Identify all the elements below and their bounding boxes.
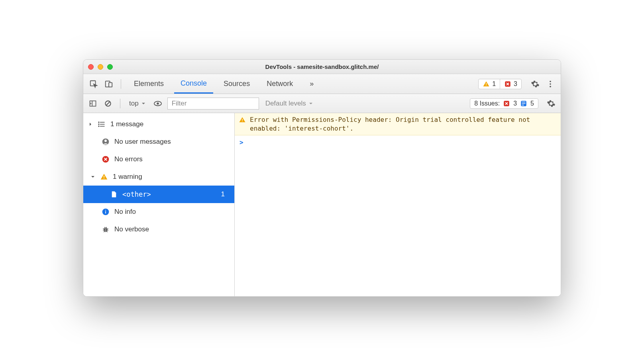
sidebar-item-user-messages[interactable]: No user messages <box>83 133 234 151</box>
svg-point-20 <box>98 122 99 123</box>
sidebar-item-label: No errors <box>114 155 143 163</box>
tab-label: Elements <box>134 80 164 88</box>
issues-info-count: 5 <box>530 100 534 107</box>
svg-rect-33 <box>242 119 243 121</box>
chevron-down-icon <box>141 101 146 106</box>
list-icon <box>98 120 106 128</box>
svg-rect-26 <box>104 176 104 178</box>
console-body: 1 message No user messages No errors 1 w… <box>83 113 561 296</box>
sidebar-item-errors[interactable]: No errors <box>83 151 234 168</box>
tab-sources[interactable]: Sources <box>217 74 256 94</box>
sidebar-item-label: <other> <box>122 190 151 198</box>
svg-rect-34 <box>242 121 243 122</box>
window-title: DevTools - samesite-sandbox.glitch.me/ <box>83 63 561 70</box>
tab-label: Console <box>181 79 207 88</box>
sidebar-item-label: 1 warning <box>113 173 142 181</box>
warning-icon <box>483 80 490 88</box>
sidebar-item-info[interactable]: No info <box>83 203 234 221</box>
divider <box>120 99 120 108</box>
bug-icon <box>102 225 110 233</box>
tab-label: Network <box>267 80 293 88</box>
svg-rect-30 <box>105 210 106 211</box>
issues-label: 8 Issues: <box>474 100 500 107</box>
live-expression-icon[interactable] <box>152 98 163 109</box>
user-icon <box>102 138 110 146</box>
console-message-text: Error with Permissions-Policy header: Or… <box>250 115 557 133</box>
filter-input[interactable] <box>167 98 259 110</box>
error-icon <box>503 100 510 107</box>
sidebar-item-verbose[interactable]: No verbose <box>83 221 234 238</box>
sidebar-item-label: 1 message <box>110 120 143 128</box>
sidebar-item-label: No info <box>114 208 136 216</box>
context-selector[interactable]: top <box>127 100 148 108</box>
issues-button[interactable]: 8 Issues: 3 5 <box>470 98 538 109</box>
sidebar-item-warnings[interactable]: 1 warning <box>83 168 234 186</box>
sidebar-item-other[interactable]: <other> 1 <box>83 186 234 203</box>
tab-overflow[interactable]: » <box>303 74 320 94</box>
chevron-down-icon <box>90 174 95 179</box>
svg-rect-27 <box>104 178 104 179</box>
svg-rect-4 <box>486 85 487 86</box>
svg-point-8 <box>550 86 551 87</box>
svg-point-24 <box>104 140 107 142</box>
sidebar-item-label: No verbose <box>114 225 149 233</box>
info-icon <box>520 100 527 107</box>
chevron-right-icon <box>88 122 93 127</box>
inspect-element-icon[interactable] <box>88 78 99 90</box>
log-levels-selector[interactable]: Default levels <box>263 100 316 108</box>
tab-network[interactable]: Network <box>260 74 299 94</box>
toggle-sidebar-icon[interactable] <box>87 98 98 109</box>
prompt-indicator: > <box>240 139 243 146</box>
tab-elements[interactable]: Elements <box>128 74 170 94</box>
tab-bar: Elements Console Sources Network » 1 3 <box>83 74 561 94</box>
file-icon <box>110 190 118 198</box>
error-count: 3 <box>514 80 517 88</box>
svg-point-14 <box>157 102 159 105</box>
svg-rect-29 <box>105 211 106 213</box>
warnings-badge[interactable]: 1 <box>479 79 500 89</box>
devtools-window: DevTools - samesite-sandbox.glitch.me/ E… <box>83 59 561 297</box>
error-icon <box>102 155 110 163</box>
svg-point-21 <box>98 124 99 125</box>
levels-label: Default levels <box>265 100 306 108</box>
tab-console[interactable]: Console <box>174 74 213 94</box>
top-issue-badges[interactable]: 1 3 <box>478 79 522 89</box>
console-warning-row[interactable]: Error with Permissions-Policy header: Or… <box>235 113 561 135</box>
svg-point-6 <box>550 80 551 82</box>
errors-badge[interactable]: 3 <box>500 79 521 89</box>
svg-point-22 <box>98 126 99 127</box>
device-toolbar-icon[interactable] <box>103 78 114 90</box>
divider <box>121 79 121 89</box>
warning-icon <box>239 116 246 123</box>
console-sidebar: 1 message No user messages No errors 1 w… <box>83 113 235 296</box>
svg-point-7 <box>550 83 551 85</box>
sidebar-item-label: No user messages <box>114 138 171 146</box>
context-label: top <box>129 100 139 108</box>
sidebar-item-count: 1 <box>221 190 230 198</box>
clear-console-icon[interactable] <box>102 98 114 109</box>
chevron-down-icon <box>308 101 313 106</box>
tab-label: Sources <box>224 80 250 88</box>
warning-icon <box>100 173 108 181</box>
sidebar-item-messages[interactable]: 1 message <box>83 115 234 133</box>
svg-rect-2 <box>109 82 112 87</box>
console-output: Error with Permissions-Policy header: Or… <box>235 113 561 296</box>
more-icon[interactable] <box>545 78 556 90</box>
issues-error-count: 3 <box>513 100 517 107</box>
console-toolbar: top Default levels 8 Issues: 3 5 <box>83 94 561 113</box>
info-icon <box>102 208 110 216</box>
console-settings-icon[interactable] <box>546 98 557 109</box>
titlebar: DevTools - samesite-sandbox.glitch.me/ <box>83 60 561 74</box>
svg-line-12 <box>106 102 110 106</box>
overflow-label: » <box>310 80 314 88</box>
svg-rect-3 <box>486 83 487 84</box>
error-icon <box>504 80 511 88</box>
console-prompt[interactable]: > <box>235 135 561 149</box>
warning-count: 1 <box>492 80 496 88</box>
settings-icon[interactable] <box>530 78 541 90</box>
